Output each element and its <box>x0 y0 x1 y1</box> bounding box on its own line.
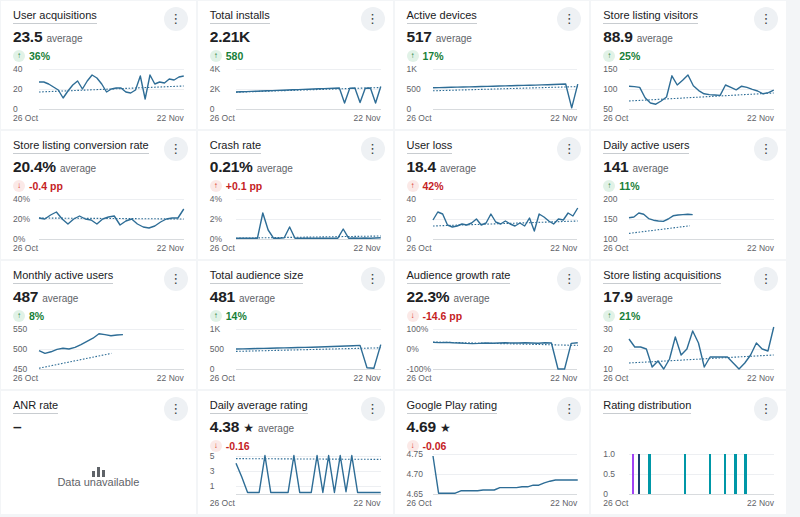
y-tick-label: 50 <box>603 105 627 114</box>
card-menu-button[interactable]: ⋮ <box>754 137 778 161</box>
trend-arrow-icon: ↑ <box>210 50 222 62</box>
card-menu-button[interactable]: ⋮ <box>164 397 188 421</box>
metric-value: 2.21K <box>210 28 250 46</box>
metric-value-row: 88.9 average <box>603 28 774 46</box>
card-header: Google Play rating <box>407 399 578 415</box>
card-title[interactable]: Daily active users <box>603 139 689 154</box>
metric-value: 481 <box>210 288 235 306</box>
card-menu-button[interactable]: ⋮ <box>754 397 778 421</box>
sparkline-plot: 15010050 <box>629 69 774 109</box>
x-axis-end-label: 22 Nov <box>747 113 774 123</box>
card-menu-button[interactable]: ⋮ <box>164 7 188 31</box>
metric-suffix: average <box>42 293 78 304</box>
card-title[interactable]: Rating distribution <box>603 399 691 414</box>
metric-value: 141 <box>603 158 628 176</box>
rating-bar <box>744 454 747 494</box>
trend-badge-text: 42% <box>423 180 444 192</box>
metric-suffix: average <box>637 33 673 44</box>
card-header: Daily average rating <box>210 399 381 415</box>
card-menu-button[interactable]: ⋮ <box>361 7 385 31</box>
gridline <box>39 239 184 240</box>
metric-suffix: average <box>258 423 294 434</box>
trend-badge-text: 17% <box>423 50 444 62</box>
y-tick-label: 3 <box>210 466 234 475</box>
sparkline-chart <box>39 329 184 369</box>
y-tick-label: 4.65 <box>407 490 431 499</box>
card-menu-button[interactable]: ⋮ <box>557 7 581 31</box>
card-menu-button[interactable]: ⋮ <box>164 137 188 161</box>
trend-arrow-icon: ↑ <box>603 180 615 192</box>
sparkline-plot: 4K2K0 <box>236 69 381 109</box>
sparkline-chart <box>39 199 184 239</box>
metric-card: Store listing visitors ⋮ 88.9 average ↑ … <box>591 1 786 129</box>
sparkline-chart <box>39 69 184 109</box>
card-title[interactable]: Store listing conversion rate <box>13 139 149 154</box>
sparkline-block: 200150100 26 Oct 22 Nov <box>603 199 774 255</box>
x-axis-end-label: 22 Nov <box>550 243 577 253</box>
trend-badge-text: 580 <box>226 50 244 62</box>
card-header: Store listing visitors <box>603 9 774 25</box>
metric-card: Store listing acquisitions ⋮ 17.9 averag… <box>591 261 786 389</box>
x-axis-start-label: 26 Oct <box>210 498 235 508</box>
y-tick-label: 1 <box>210 482 234 491</box>
metric-card: Monthly active users ⋮ 487 average ↑ 8% … <box>1 261 196 389</box>
sparkline-block: 1K5000 26 Oct 22 Nov <box>407 69 578 125</box>
kebab-menu-icon: ⋮ <box>760 271 773 286</box>
sparkline-plot: 200150100 <box>629 199 774 239</box>
card-title[interactable]: Store listing acquisitions <box>603 269 721 284</box>
card-menu-button[interactable]: ⋮ <box>361 267 385 291</box>
sparkline-block: 40200 26 Oct 22 Nov <box>407 199 578 255</box>
sparkline-chart <box>629 69 774 109</box>
card-menu-button[interactable]: ⋮ <box>557 137 581 161</box>
metric-value: 517 <box>407 28 432 46</box>
card-title[interactable]: Monthly active users <box>13 269 113 284</box>
card-title[interactable]: Crash rate <box>210 139 261 154</box>
trend-badge: ↓ -0.4 pp <box>13 179 184 192</box>
star-icon: ★ <box>243 421 254 435</box>
y-tick-label: 20% <box>13 215 37 224</box>
x-axis-start-label: 26 Oct <box>210 243 235 253</box>
metric-value: 20.4% <box>13 158 56 176</box>
card-title[interactable]: Daily average rating <box>210 399 308 414</box>
card-menu-button[interactable]: ⋮ <box>557 397 581 421</box>
card-title[interactable]: Google Play rating <box>407 399 498 414</box>
card-title[interactable]: ANR rate <box>13 399 58 414</box>
card-menu-button[interactable]: ⋮ <box>557 267 581 291</box>
sparkline-block: 302010 26 Oct 22 Nov <box>603 329 774 385</box>
y-tick-label: 100% <box>407 325 431 334</box>
card-menu-button[interactable]: ⋮ <box>754 267 778 291</box>
trend-badge-text: 25% <box>619 50 640 62</box>
rating-bar <box>638 454 641 494</box>
card-menu-button[interactable]: ⋮ <box>361 137 385 161</box>
trend-badge: ↑ +0.1 pp <box>210 179 381 192</box>
card-title[interactable]: Active devices <box>407 9 477 24</box>
card-title[interactable]: Store listing visitors <box>603 9 698 24</box>
x-axis-start-label: 26 Oct <box>407 498 432 508</box>
card-title[interactable]: Total audience size <box>210 269 304 284</box>
kebab-menu-icon: ⋮ <box>366 271 379 286</box>
card-title[interactable]: Audience growth rate <box>407 269 511 284</box>
card-header: Rating distribution <box>603 399 774 415</box>
gridline <box>629 239 774 240</box>
x-axis-start-label: 26 Oct <box>210 373 235 383</box>
metric-card: Google Play rating ⋮ 4.69 ★ ↓ -0.06 4.75… <box>395 391 590 514</box>
x-axis-start-label: 26 Oct <box>407 243 432 253</box>
metric-value: 22.3% <box>407 288 450 306</box>
rating-bar <box>648 454 651 494</box>
x-axis-start-label: 26 Oct <box>603 113 628 123</box>
card-menu-button[interactable]: ⋮ <box>164 267 188 291</box>
sparkline-chart <box>236 69 381 109</box>
y-tick-label: 150 <box>603 65 627 74</box>
x-axis-start-label: 26 Oct <box>13 243 38 253</box>
card-title[interactable]: User loss <box>407 139 453 154</box>
card-title[interactable]: User acquisitions <box>13 9 97 24</box>
sparkline-plot: 4.754.704.65 <box>433 454 578 494</box>
card-menu-button[interactable]: ⋮ <box>361 397 385 421</box>
y-tick-label: 4% <box>210 195 234 204</box>
card-title[interactable]: Total installs <box>210 9 270 24</box>
sparkline-plot: 302010 <box>629 329 774 369</box>
kebab-menu-icon: ⋮ <box>563 141 576 156</box>
metric-value-row: 0.21% average <box>210 158 381 176</box>
x-axis-start-label: 26 Oct <box>603 373 628 383</box>
card-menu-button[interactable]: ⋮ <box>754 7 778 31</box>
